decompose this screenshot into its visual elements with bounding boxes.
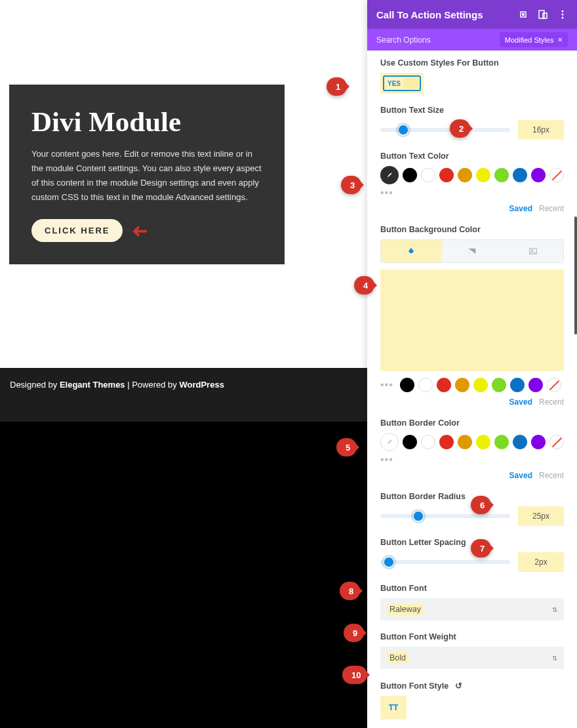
callout-9: 9 — [344, 624, 364, 642]
saved-tab[interactable]: Saved — [509, 471, 532, 480]
color-swatch[interactable] — [528, 378, 543, 392]
callout-5: 5 — [336, 438, 357, 456]
page-background — [0, 422, 367, 728]
text-size-slider[interactable] — [380, 128, 510, 132]
recent-tab[interactable]: Recent — [539, 397, 564, 407]
more-colors-icon[interactable]: ••• — [380, 187, 564, 199]
arrow-annotation: ➜ — [132, 219, 148, 242]
responsive-icon[interactable] — [538, 9, 548, 20]
text-size-value[interactable]: 16px — [518, 120, 564, 140]
color-swatch[interactable] — [403, 435, 417, 449]
bg-tab-color[interactable] — [381, 240, 442, 262]
callout-8: 8 — [340, 582, 360, 600]
color-swatch[interactable] — [421, 435, 435, 449]
expand-icon[interactable] — [518, 9, 528, 20]
letter-spacing-slider[interactable] — [380, 560, 510, 564]
bg-tab-image[interactable] — [502, 240, 563, 262]
reset-icon[interactable]: ↺ — [455, 681, 462, 691]
color-swatch[interactable] — [439, 435, 454, 449]
svg-point-4 — [562, 10, 564, 12]
font-weight-label: Button Font Weight — [380, 632, 564, 641]
panel-header: Call To Action Settings — [367, 0, 577, 29]
module-title: Divi Module — [31, 106, 262, 138]
custom-styles-label: Use Custom Styles For Button — [380, 58, 564, 68]
color-swatch[interactable] — [473, 378, 488, 392]
custom-styles-toggle[interactable]: YES — [383, 75, 421, 91]
search-options[interactable]: Search Options — [376, 35, 431, 45]
close-icon[interactable]: × — [557, 35, 563, 45]
font-label: Button Font — [380, 584, 564, 593]
more-colors-icon[interactable]: ••• — [380, 454, 564, 466]
svg-point-6 — [562, 17, 564, 19]
callout-10: 10 — [342, 666, 367, 684]
uppercase-toggle[interactable]: TT — [382, 698, 405, 718]
modified-styles-filter[interactable]: Modified Styles × — [500, 32, 568, 47]
color-swatch[interactable] — [421, 168, 435, 182]
callout-4: 4 — [354, 276, 374, 294]
color-swatch[interactable] — [400, 378, 414, 392]
letter-spacing-value[interactable]: 2px — [518, 552, 564, 572]
saved-tab[interactable]: Saved — [509, 397, 532, 407]
color-swatch[interactable] — [513, 435, 527, 449]
color-swatch-none[interactable] — [549, 168, 564, 182]
font-select[interactable]: Raleway ⇅ — [380, 598, 564, 620]
footer-platform[interactable]: WordPress — [179, 380, 224, 390]
color-swatch[interactable] — [513, 168, 527, 182]
color-swatch-none[interactable] — [549, 435, 564, 449]
bg-color-label: Button Background Color — [380, 225, 564, 234]
color-swatch[interactable] — [476, 435, 490, 449]
font-weight-select[interactable]: Bold ⇅ — [380, 647, 564, 669]
color-swatch[interactable] — [494, 435, 509, 449]
color-swatch[interactable] — [531, 168, 546, 182]
callout-3: 3 — [341, 176, 361, 194]
border-radius-value[interactable]: 25px — [518, 506, 564, 526]
settings-panel: Call To Action Settings Search Options M… — [367, 0, 577, 728]
more-colors-icon[interactable]: ••• — [380, 379, 393, 391]
recent-tab[interactable]: Recent — [539, 471, 564, 480]
text-color-label: Button Text Color — [380, 152, 564, 161]
cta-module-preview: Divi Module Your content goes here. Edit… — [9, 85, 285, 264]
svg-point-1 — [523, 14, 525, 16]
recent-tab[interactable]: Recent — [539, 204, 564, 213]
color-swatch[interactable] — [531, 435, 546, 449]
border-radius-slider[interactable] — [380, 514, 510, 518]
bg-type-tabs — [380, 239, 564, 263]
color-swatch[interactable] — [403, 168, 417, 182]
bg-tab-gradient[interactable] — [442, 240, 503, 262]
font-style-label: Button Font Style ↺ — [380, 681, 564, 691]
border-color-label: Button Border Color — [380, 418, 564, 428]
chevron-updown-icon: ⇅ — [552, 606, 557, 613]
cta-button[interactable]: CLICK HERE — [31, 219, 123, 242]
text-size-label: Button Text Size — [380, 106, 564, 115]
color-swatch[interactable] — [510, 378, 525, 392]
eyedropper-icon[interactable] — [380, 433, 399, 451]
svg-point-5 — [562, 14, 564, 16]
module-body: Your content goes here. Edit or remove t… — [31, 147, 262, 205]
color-swatch[interactable] — [476, 168, 490, 182]
color-swatch[interactable] — [458, 168, 472, 182]
panel-subheader: Search Options Modified Styles × — [367, 29, 577, 51]
text-color-swatches — [380, 166, 564, 184]
color-swatch[interactable] — [494, 168, 509, 182]
kebab-menu-icon[interactable] — [557, 9, 568, 20]
panel-title: Call To Action Settings — [376, 9, 483, 20]
bg-color-preview[interactable] — [380, 270, 564, 371]
color-swatch[interactable] — [418, 378, 433, 392]
eyedropper-icon[interactable] — [380, 166, 399, 184]
callout-2: 2 — [450, 119, 470, 138]
site-footer: Designed by Elegant Themes | Powered by … — [0, 368, 367, 422]
color-swatch[interactable] — [492, 378, 506, 392]
scrollbar[interactable] — [574, 216, 577, 334]
color-swatch[interactable] — [437, 378, 451, 392]
color-swatch[interactable] — [455, 378, 469, 392]
svg-rect-3 — [543, 13, 547, 18]
color-swatch-none[interactable] — [547, 378, 561, 392]
color-swatch[interactable] — [439, 168, 454, 182]
color-swatch[interactable] — [458, 435, 472, 449]
svg-point-9 — [531, 250, 532, 251]
saved-tab[interactable]: Saved — [509, 204, 532, 213]
footer-brand[interactable]: Elegant Themes — [60, 380, 125, 390]
svg-rect-2 — [539, 10, 544, 18]
callout-6: 6 — [471, 496, 491, 514]
callout-1: 1 — [327, 77, 347, 96]
